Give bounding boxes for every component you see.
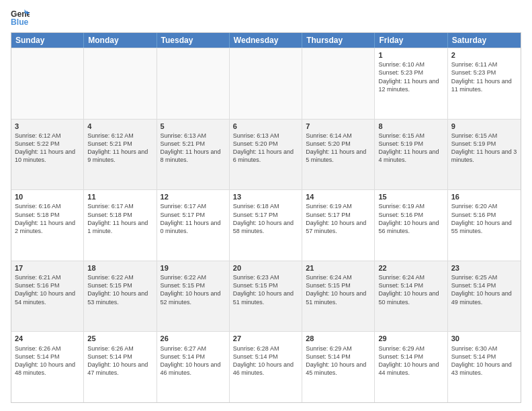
day-cell-11: 11Sunrise: 6:17 AM Sunset: 5:18 PM Dayli… xyxy=(84,190,157,261)
day-info: Sunrise: 6:30 AM Sunset: 5:14 PM Dayligh… xyxy=(451,345,517,377)
day-info: Sunrise: 6:15 AM Sunset: 5:19 PM Dayligh… xyxy=(378,132,443,165)
day-number: 23 xyxy=(451,263,517,273)
day-cell-5: 5Sunrise: 6:13 AM Sunset: 5:21 PM Daylig… xyxy=(157,120,230,190)
day-cell-10: 10Sunrise: 6:16 AM Sunset: 5:18 PM Dayli… xyxy=(11,190,84,261)
day-info: Sunrise: 6:22 AM Sunset: 5:15 PM Dayligh… xyxy=(87,273,152,306)
day-cell-30: 30Sunrise: 6:30 AM Sunset: 5:14 PM Dayli… xyxy=(448,332,521,402)
day-info: Sunrise: 6:20 AM Sunset: 5:16 PM Dayligh… xyxy=(451,202,517,235)
day-header-thursday: Thursday xyxy=(302,33,375,48)
day-number: 21 xyxy=(306,263,371,273)
day-info: Sunrise: 6:12 AM Sunset: 5:21 PM Dayligh… xyxy=(87,132,152,165)
day-info: Sunrise: 6:12 AM Sunset: 5:22 PM Dayligh… xyxy=(15,132,80,165)
day-number: 5 xyxy=(161,122,226,131)
day-cell-19: 19Sunrise: 6:22 AM Sunset: 5:15 PM Dayli… xyxy=(157,261,230,332)
day-cell-16: 16Sunrise: 6:20 AM Sunset: 5:16 PM Dayli… xyxy=(448,190,521,261)
day-info: Sunrise: 6:26 AM Sunset: 5:14 PM Dayligh… xyxy=(87,345,152,377)
day-header-tuesday: Tuesday xyxy=(157,33,230,48)
day-info: Sunrise: 6:15 AM Sunset: 5:19 PM Dayligh… xyxy=(451,132,517,165)
day-number: 15 xyxy=(378,192,443,201)
day-number: 26 xyxy=(161,334,226,343)
day-cell-17: 17Sunrise: 6:21 AM Sunset: 5:16 PM Dayli… xyxy=(11,261,84,332)
day-number: 18 xyxy=(87,263,152,273)
day-header-friday: Friday xyxy=(375,33,447,48)
day-header-wednesday: Wednesday xyxy=(230,33,302,48)
day-info: Sunrise: 6:19 AM Sunset: 5:17 PM Dayligh… xyxy=(306,202,371,235)
calendar-body: 1Sunrise: 6:10 AM Sunset: 5:23 PM Daylig… xyxy=(11,48,521,402)
day-cell-1: 1Sunrise: 6:10 AM Sunset: 5:23 PM Daylig… xyxy=(375,48,447,119)
day-info: Sunrise: 6:10 AM Sunset: 5:23 PM Dayligh… xyxy=(378,60,443,93)
calendar-header: SundayMondayTuesdayWednesdayThursdayFrid… xyxy=(11,33,521,48)
calendar: SundayMondayTuesdayWednesdayThursdayFrid… xyxy=(11,32,521,403)
day-cell-12: 12Sunrise: 6:17 AM Sunset: 5:17 PM Dayli… xyxy=(157,190,230,261)
day-number: 19 xyxy=(161,263,226,273)
day-number: 1 xyxy=(378,50,443,60)
day-number: 29 xyxy=(378,334,443,343)
day-cell-4: 4Sunrise: 6:12 AM Sunset: 5:21 PM Daylig… xyxy=(84,120,157,190)
day-info: Sunrise: 6:16 AM Sunset: 5:18 PM Dayligh… xyxy=(15,202,80,235)
day-number: 16 xyxy=(451,192,517,201)
day-number: 2 xyxy=(451,50,517,60)
day-cell-14: 14Sunrise: 6:19 AM Sunset: 5:17 PM Dayli… xyxy=(302,190,375,261)
svg-text:Blue: Blue xyxy=(11,17,29,27)
day-cell-23: 23Sunrise: 6:25 AM Sunset: 5:14 PM Dayli… xyxy=(448,261,521,332)
calendar-row-2: 10Sunrise: 6:16 AM Sunset: 5:18 PM Dayli… xyxy=(11,189,521,261)
day-info: Sunrise: 6:27 AM Sunset: 5:14 PM Dayligh… xyxy=(161,345,226,377)
empty-cell xyxy=(230,48,302,119)
day-info: Sunrise: 6:23 AM Sunset: 5:15 PM Dayligh… xyxy=(233,273,298,306)
day-number: 27 xyxy=(233,334,298,343)
day-cell-25: 25Sunrise: 6:26 AM Sunset: 5:14 PM Dayli… xyxy=(84,332,157,402)
day-info: Sunrise: 6:29 AM Sunset: 5:14 PM Dayligh… xyxy=(306,345,371,377)
day-info: Sunrise: 6:14 AM Sunset: 5:20 PM Dayligh… xyxy=(306,132,371,165)
day-info: Sunrise: 6:21 AM Sunset: 5:16 PM Dayligh… xyxy=(15,273,80,306)
empty-cell xyxy=(84,48,157,119)
day-cell-18: 18Sunrise: 6:22 AM Sunset: 5:15 PM Dayli… xyxy=(84,261,157,332)
day-cell-8: 8Sunrise: 6:15 AM Sunset: 5:19 PM Daylig… xyxy=(375,120,447,190)
day-info: Sunrise: 6:18 AM Sunset: 5:17 PM Dayligh… xyxy=(233,202,298,235)
day-number: 25 xyxy=(87,334,152,343)
day-number: 17 xyxy=(15,263,80,273)
day-number: 22 xyxy=(378,263,443,273)
day-number: 11 xyxy=(87,192,152,201)
calendar-row-1: 3Sunrise: 6:12 AM Sunset: 5:22 PM Daylig… xyxy=(11,119,521,190)
day-header-saturday: Saturday xyxy=(448,33,521,48)
day-cell-22: 22Sunrise: 6:24 AM Sunset: 5:14 PM Dayli… xyxy=(375,261,447,332)
day-info: Sunrise: 6:29 AM Sunset: 5:14 PM Dayligh… xyxy=(378,345,443,377)
day-number: 28 xyxy=(306,334,371,343)
day-cell-7: 7Sunrise: 6:14 AM Sunset: 5:20 PM Daylig… xyxy=(302,120,375,190)
day-cell-29: 29Sunrise: 6:29 AM Sunset: 5:14 PM Dayli… xyxy=(375,332,447,402)
logo: General Blue xyxy=(11,8,32,27)
day-number: 10 xyxy=(15,192,80,201)
day-number: 7 xyxy=(306,122,371,131)
day-header-monday: Monday xyxy=(84,33,157,48)
day-cell-9: 9Sunrise: 6:15 AM Sunset: 5:19 PM Daylig… xyxy=(448,120,521,190)
day-number: 12 xyxy=(161,192,226,201)
calendar-row-3: 17Sunrise: 6:21 AM Sunset: 5:16 PM Dayli… xyxy=(11,261,521,332)
day-number: 14 xyxy=(306,192,371,201)
day-number: 30 xyxy=(451,334,517,343)
day-number: 4 xyxy=(87,122,152,131)
calendar-row-4: 24Sunrise: 6:26 AM Sunset: 5:14 PM Dayli… xyxy=(11,331,521,402)
day-cell-24: 24Sunrise: 6:26 AM Sunset: 5:14 PM Dayli… xyxy=(11,332,84,402)
day-cell-6: 6Sunrise: 6:13 AM Sunset: 5:20 PM Daylig… xyxy=(230,120,302,190)
day-info: Sunrise: 6:24 AM Sunset: 5:15 PM Dayligh… xyxy=(306,273,371,306)
day-number: 24 xyxy=(15,334,80,343)
day-info: Sunrise: 6:26 AM Sunset: 5:14 PM Dayligh… xyxy=(15,345,80,377)
day-info: Sunrise: 6:28 AM Sunset: 5:14 PM Dayligh… xyxy=(233,345,298,377)
day-number: 9 xyxy=(451,122,517,131)
day-cell-27: 27Sunrise: 6:28 AM Sunset: 5:14 PM Dayli… xyxy=(230,332,302,402)
day-number: 6 xyxy=(233,122,298,131)
empty-cell xyxy=(157,48,230,119)
calendar-row-0: 1Sunrise: 6:10 AM Sunset: 5:23 PM Daylig… xyxy=(11,48,521,119)
day-number: 20 xyxy=(233,263,298,273)
day-number: 13 xyxy=(233,192,298,201)
day-cell-28: 28Sunrise: 6:29 AM Sunset: 5:14 PM Dayli… xyxy=(302,332,375,402)
day-info: Sunrise: 6:22 AM Sunset: 5:15 PM Dayligh… xyxy=(161,273,226,306)
day-info: Sunrise: 6:17 AM Sunset: 5:18 PM Dayligh… xyxy=(87,202,152,235)
day-info: Sunrise: 6:13 AM Sunset: 5:21 PM Dayligh… xyxy=(161,132,226,165)
day-info: Sunrise: 6:17 AM Sunset: 5:17 PM Dayligh… xyxy=(161,202,226,235)
day-info: Sunrise: 6:11 AM Sunset: 5:23 PM Dayligh… xyxy=(451,60,517,93)
empty-cell xyxy=(11,48,84,119)
day-info: Sunrise: 6:13 AM Sunset: 5:20 PM Dayligh… xyxy=(233,132,298,165)
day-header-sunday: Sunday xyxy=(11,33,84,48)
page-header: General Blue xyxy=(11,8,521,27)
